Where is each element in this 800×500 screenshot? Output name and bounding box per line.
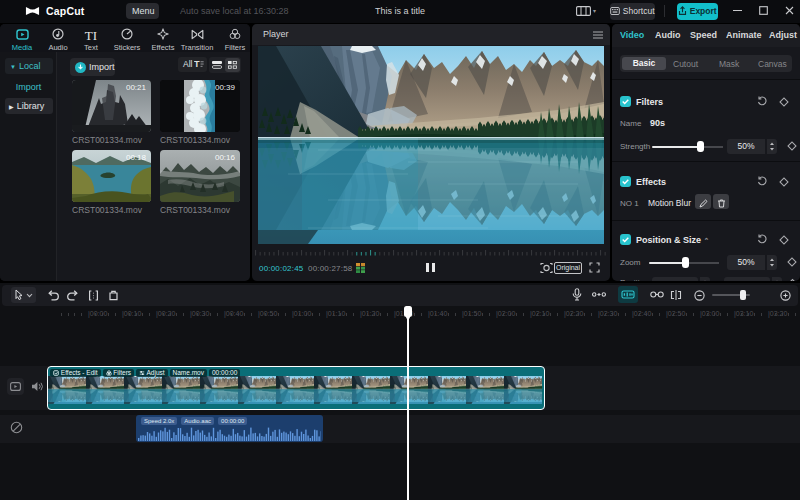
- svg-text:T: T: [194, 59, 200, 69]
